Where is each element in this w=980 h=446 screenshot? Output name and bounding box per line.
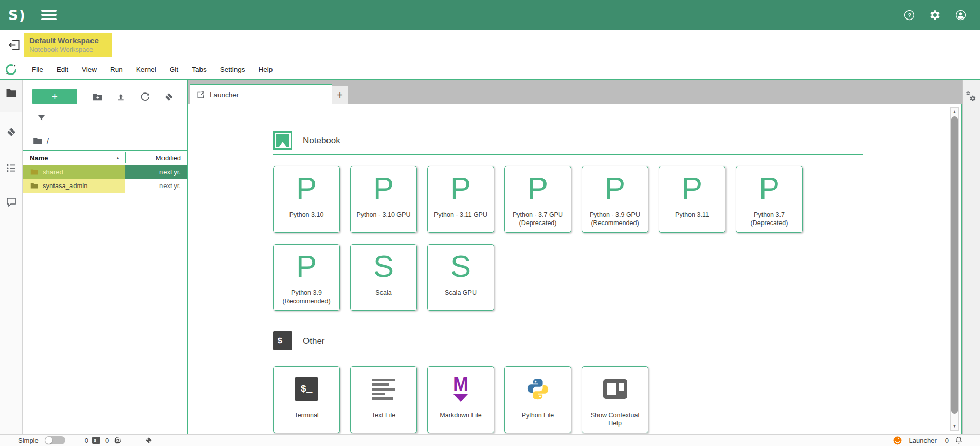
menu-file[interactable]: File [25,60,50,79]
section-header: $_Other [273,331,961,350]
breadcrumb-root[interactable]: / [47,137,49,145]
scroll-down-icon[interactable]: ▼ [951,424,958,429]
file-name: shared [43,168,63,176]
kernel-busy-icon[interactable] [893,436,902,445]
launcher-card-text-file[interactable]: Text File [350,366,417,433]
card-label: Python - 3.10 GPU [351,211,416,228]
new-tab-button[interactable]: + [332,86,348,104]
simple-mode-toggle[interactable] [45,436,65,444]
launcher-card-python-3-7-gpu-deprecated[interactable]: PPython - 3.7 GPU (Deprecated) [504,166,571,233]
account-icon[interactable] [955,9,967,21]
kernel-letter-glyph: P [759,173,779,204]
bell-icon[interactable] [954,436,964,445]
chat-icon[interactable] [5,196,17,208]
sort-ascending-icon: ▲ [116,156,120,160]
launcher-card-terminal[interactable]: $_Terminal [273,366,340,433]
card-grid: $_TerminalText FileMMarkdown FilePython … [273,366,818,433]
menu-git[interactable]: Git [163,60,185,79]
kernel-letter-glyph: S [373,251,394,282]
left-sidebar-strip [0,80,23,434]
terminal-status-icon[interactable]: $_ [92,437,100,444]
workspace-bar: Default Workspace Notebook Workspace [0,30,980,60]
section-title: Other [303,336,325,346]
vertical-scrollbar[interactable]: ▲ ▼ [950,107,959,431]
statusbar-launcher-label[interactable]: Launcher [909,437,937,444]
modified-column-header[interactable]: Modified [126,154,187,162]
settings-gear-icon[interactable] [929,9,941,21]
property-inspector-icon[interactable] [966,91,977,103]
workspace-selector[interactable]: Default Workspace Notebook Workspace [24,33,112,57]
section-divider [273,355,863,355]
statusbar-left: Simple 0 $_ 0 [18,436,153,445]
launcher-card-markdown-file[interactable]: MMarkdown File [427,366,494,433]
kernel-letter-glyph: P [450,173,471,204]
menu-view[interactable]: View [75,60,103,79]
menu-run[interactable]: Run [103,60,130,79]
launcher-card-scala[interactable]: SScala [350,244,417,311]
menu-settings[interactable]: Settings [213,60,252,79]
launcher-card-python-3-7-deprecated[interactable]: PPython 3.7 (Deprecated) [736,166,803,233]
right-sidebar-strip [962,80,980,434]
tab-launcher[interactable]: Launcher [190,84,332,104]
root-folder-icon[interactable] [32,136,43,146]
kernel-chip-icon[interactable] [113,436,122,445]
tab-bar: Launcher + [188,80,962,104]
launcher-card-python-3-9-gpu-recommended[interactable]: PPython - 3.9 GPU (Recommended) [582,166,648,233]
file-name: syntasa_admin [43,182,87,190]
sidebar-tab-well [0,112,22,434]
launcher-card-python-3-10-gpu[interactable]: PPython - 3.10 GPU [350,166,417,233]
launcher-card-python-3-10[interactable]: PPython 3.10 [273,166,340,233]
status-bar: Simple 0 $_ 0 Launcher 0 [0,434,980,446]
card-label: Markdown File [428,411,494,429]
launcher-card-python-3-11-gpu[interactable]: PPython - 3.11 GPU [427,166,494,233]
card-label: Python 3.11 [659,211,725,228]
hamburger-menu-icon[interactable] [41,10,57,20]
launcher-card-python-3-11[interactable]: PPython 3.11 [659,166,725,233]
launcher-card-show-contextual-help[interactable]: Show Contextual Help [582,366,648,433]
scroll-up-icon[interactable]: ▲ [951,109,958,114]
menu-tabs[interactable]: Tabs [185,60,213,79]
running-sessions-icon[interactable] [5,162,17,174]
launcher-section-other: $_Other$_TerminalText FileMMarkdown File… [273,331,961,433]
name-column-header[interactable]: Name ▲ [23,154,125,162]
name-column-label: Name [30,154,48,162]
card-label: Python 3.10 [274,211,339,228]
python-logo-icon [526,377,550,401]
card-label: Python 3.9 (Recommended) [274,289,339,306]
git-clone-icon[interactable] [163,91,175,103]
upload-icon[interactable] [115,91,127,103]
file-row-shared[interactable]: sharednext yr. [23,165,187,179]
new-launcher-button[interactable]: + [32,89,77,104]
help-icon[interactable]: ? [903,9,915,21]
new-folder-icon[interactable] [92,91,103,103]
section-divider [273,154,863,155]
kernel-letter-glyph: P [296,251,317,282]
terminal-count: 0 [85,437,88,444]
folder-icon [30,181,39,190]
git-icon[interactable] [5,126,17,138]
folder-icon[interactable] [5,87,17,99]
file-modified: next yr. [125,179,187,193]
markdown-icon: M [453,376,468,402]
notification-count: 0 [945,437,949,444]
launcher-card-python-3-9-recommended[interactable]: PPython 3.9 (Recommended) [273,244,340,311]
file-row-syntasa_admin[interactable]: syntasa_adminnext yr. [23,179,187,193]
menu-edit[interactable]: Edit [50,60,75,79]
filter-funnel-icon[interactable] [36,113,47,123]
git-status-icon[interactable] [144,436,153,445]
card-label: Show Contextual Help [582,411,648,429]
refresh-icon[interactable] [139,91,151,103]
terminal-icon: $_ [295,377,318,401]
launcher-card-python-file[interactable]: Python File [504,366,571,433]
menu-help[interactable]: Help [251,60,279,79]
scrollbar-thumb[interactable] [951,116,958,414]
card-label: Scala GPU [428,289,494,306]
main-content: + [0,80,980,434]
app-window: S) ? Default Workspace Notebook Workspac… [0,0,980,446]
topbar-actions: ? [903,9,973,21]
filter-row [23,113,187,125]
collapse-workspace-icon[interactable] [7,38,21,52]
file-rows: sharednext yr.syntasa_adminnext yr. [23,165,187,193]
menu-kernel[interactable]: Kernel [130,60,163,79]
launcher-card-scala-gpu[interactable]: SScala GPU [427,244,494,311]
